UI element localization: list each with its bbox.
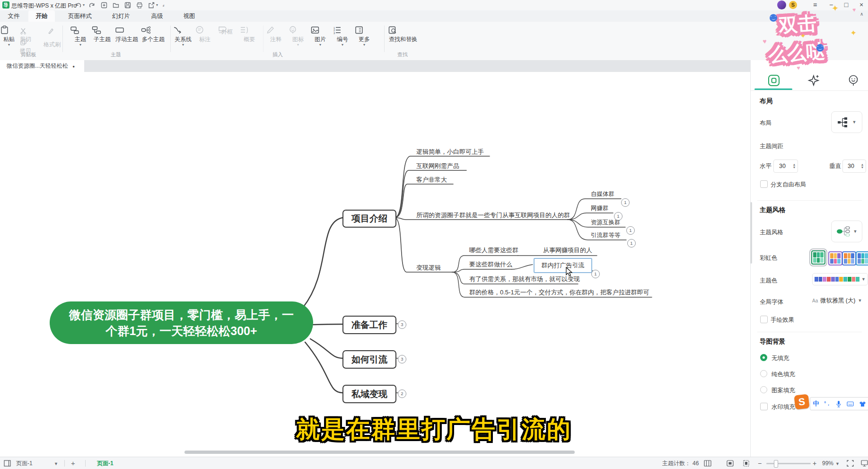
theme-color-strip[interactable]: ▼	[812, 273, 868, 285]
rainbow-swatch-1[interactable]	[811, 250, 825, 265]
sogou-keyboard-icon[interactable]	[847, 401, 854, 407]
theme-style-preview-icon	[836, 226, 850, 237]
swatch-cell	[851, 253, 854, 258]
chevron-down-icon: ▼	[861, 277, 866, 282]
status-bar: 页面-1 ▼ + 页面-1 主题计数： 46 − + 99% ▼	[0, 457, 868, 469]
sogou-logo-icon[interactable]: S	[794, 394, 810, 410]
zoom-slider-thumb[interactable]	[774, 460, 778, 468]
mindmap-connectors	[0, 0, 868, 469]
fullscreen-icon[interactable]	[847, 460, 854, 469]
pages-icon[interactable]	[4, 460, 11, 469]
swatch-cell	[858, 259, 861, 264]
zoom-slider-track[interactable]	[766, 463, 811, 464]
horizontal-scrollbar[interactable]	[184, 451, 575, 454]
topic-count-label: 主题计数：	[662, 457, 691, 469]
video-subtitle: 就是在群里打广告引流的	[0, 414, 868, 445]
zoom-level[interactable]: 99%	[822, 457, 833, 469]
map-node-selected[interactable]: 群内打广告引流	[534, 258, 592, 273]
topic-preparation[interactable]: 准备工作	[342, 316, 396, 334]
topic-project-intro[interactable]: 项目介绍	[342, 210, 396, 228]
bg-none-radio[interactable]	[760, 354, 767, 361]
collapse-badge[interactable]: 1	[614, 212, 623, 221]
collapse-badge[interactable]: 1	[591, 270, 600, 278]
map-node[interactable]: 所谓的资源圈子群就是一些专门从事互联网项目的人的群	[416, 211, 570, 220]
swatch-cell	[837, 253, 841, 258]
horizontal-spacing-stepper[interactable]: 30 ▲▼	[773, 159, 798, 173]
map-node[interactable]: 客户非常大	[416, 176, 447, 184]
rainbow-swatch-2[interactable]	[828, 251, 842, 265]
map-node[interactable]: 群的价格，0.5-1元一个，交付方式，你在群内，把客户拉进群即可	[469, 288, 649, 297]
map-node[interactable]: 引流群等等	[591, 231, 621, 239]
sogou-mic-icon[interactable]	[836, 400, 842, 407]
map-node[interactable]: 网赚群	[591, 204, 609, 212]
chevron-down-icon: ▼	[858, 298, 862, 303]
swatch-cell	[844, 253, 847, 258]
bg-watermark-checkbox[interactable]	[760, 403, 768, 410]
topic-traffic[interactable]: 如何引流	[342, 350, 396, 369]
zoom-out-button[interactable]: −	[758, 457, 762, 469]
structure-icon[interactable]	[704, 460, 711, 469]
theme-style-dropdown[interactable]: ▼	[831, 221, 862, 242]
color-chip	[852, 277, 856, 282]
swatch-cell	[848, 253, 851, 258]
swatch-cell	[865, 259, 868, 264]
bg-pattern-radio[interactable]	[760, 386, 767, 393]
topic-private-monetize[interactable]: 私域变现	[342, 385, 396, 403]
color-chip	[839, 277, 843, 282]
page-view-icon[interactable]	[743, 460, 750, 469]
color-chip	[856, 277, 859, 282]
panel-scrollbar[interactable]	[750, 202, 752, 264]
map-node[interactable]: 哪些人需要这些群	[469, 246, 518, 255]
sogou-cn-icon[interactable]: 中	[813, 399, 819, 408]
swatch-cell	[834, 259, 837, 264]
sogou-toolbar[interactable]: 中 °，	[810, 397, 868, 410]
sogou-skin-icon[interactable]	[859, 401, 866, 407]
zoom-caret-icon[interactable]: ▼	[835, 458, 840, 469]
page-tab[interactable]: 页面-1	[16, 457, 33, 469]
presentation-icon[interactable]	[861, 460, 868, 469]
zoom-in-button[interactable]: +	[813, 457, 816, 469]
map-node[interactable]: 从事网赚项目的人	[543, 246, 592, 255]
map-node[interactable]: 要这些群做什么	[469, 260, 512, 269]
map-node[interactable]: 自媒体群	[591, 190, 614, 198]
collapse-badge[interactable]: 2	[398, 389, 406, 398]
fit-window-icon[interactable]	[727, 460, 734, 469]
swatch-cell	[865, 253, 868, 258]
swatch-cell	[844, 259, 847, 264]
collapse-badge[interactable]: 1	[627, 239, 636, 248]
color-chip	[843, 277, 847, 282]
map-node[interactable]: 互联网刚需产品	[416, 162, 459, 170]
sogou-punct-icon[interactable]: °，	[824, 400, 831, 407]
rainbow-swatch-3[interactable]	[842, 251, 856, 265]
central-topic[interactable]: 微信资源圈子群项目，零门槛，易上手，一个群1元，一天轻轻松松300+	[50, 301, 313, 344]
layout-dropdown[interactable]: ▼	[831, 111, 862, 133]
spacing-label: 主题间距	[760, 142, 783, 150]
map-node[interactable]: 逻辑简单，小白即可上手	[416, 148, 484, 156]
chevron-down-icon: ▼	[852, 120, 857, 124]
font-aa-icon: Aa	[812, 298, 818, 303]
format-tab-icon[interactable]	[768, 74, 780, 87]
collapse-badge[interactable]: 1	[626, 226, 635, 235]
icon-marker-tab-icon[interactable]	[847, 74, 859, 87]
swatch-cell	[813, 258, 816, 263]
rainbow-swatch-4[interactable]	[856, 251, 868, 265]
collapse-badge[interactable]: 3	[398, 320, 406, 329]
add-page-button[interactable]: +	[71, 457, 75, 469]
handdrawn-checkbox[interactable]	[760, 316, 768, 323]
collapse-badge[interactable]: 1	[621, 198, 630, 207]
background-heading: 导图背景	[760, 337, 785, 346]
page-tab-caret-icon[interactable]: ▼	[54, 458, 58, 469]
ai-tab-icon[interactable]	[807, 74, 820, 87]
map-node[interactable]: 变现逻辑	[416, 264, 441, 272]
vertical-spacing-stepper[interactable]: 30 ▲▼	[842, 159, 866, 173]
bg-solid-radio[interactable]	[760, 370, 767, 377]
collapse-badge[interactable]: 3	[398, 355, 406, 363]
free-branch-checkbox[interactable]	[760, 180, 768, 188]
mouse-cursor	[566, 267, 573, 277]
swatch-cell	[830, 259, 833, 264]
swatch-cell	[817, 252, 820, 257]
map-node[interactable]: 有了供需关系，那就有市场，就可以变现	[469, 275, 580, 283]
active-page-tab[interactable]: 页面-1	[97, 457, 114, 469]
horizontal-label: 水平	[760, 162, 772, 170]
global-font-select[interactable]: Aa 微软雅黑 (大) ▼	[812, 294, 863, 307]
